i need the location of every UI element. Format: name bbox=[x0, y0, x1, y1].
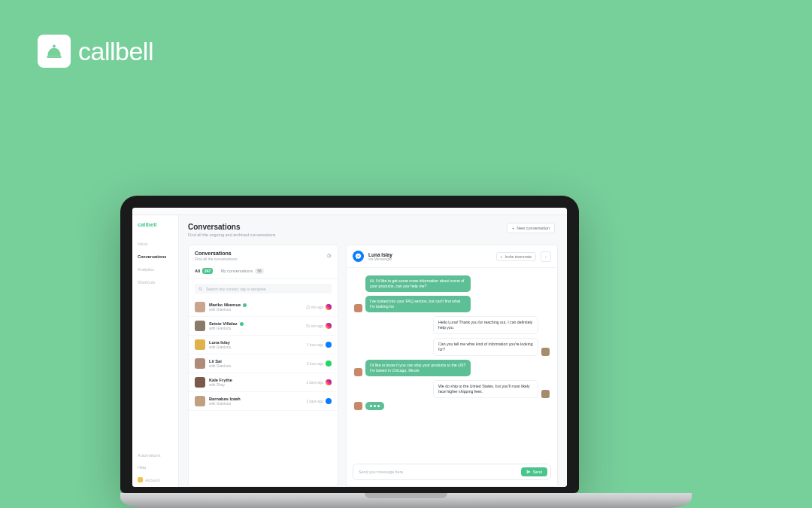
contact-name: Setsie Villalaz bbox=[209, 321, 238, 326]
conversation-row[interactable]: Kale Frythewith Shay2 days ago bbox=[189, 373, 338, 392]
chevron-right-icon[interactable]: › bbox=[541, 251, 551, 262]
tab-all-count: 247 bbox=[202, 268, 213, 274]
assigned-to: with Gianluca bbox=[209, 308, 302, 312]
avatar bbox=[541, 390, 550, 398]
new-conversation-button[interactable]: + New conversation bbox=[507, 223, 555, 233]
main-area: Conversations Find all the ongoing and a… bbox=[179, 215, 567, 487]
channel-icon bbox=[326, 342, 332, 348]
avatar bbox=[195, 358, 205, 369]
message-bubble: Hello Luna! Thank you for reaching out, … bbox=[433, 316, 538, 334]
browser-topbar bbox=[132, 208, 567, 215]
assigned-to: with Gianluca bbox=[209, 345, 303, 349]
tab-my-count: 56 bbox=[255, 268, 264, 274]
nav-item-inbox[interactable]: Inbox bbox=[138, 242, 173, 246]
svg-rect-1 bbox=[47, 56, 62, 58]
conversation-row[interactable]: Lil Saiwith Gianluca2 hour ago bbox=[189, 354, 338, 373]
invite-teammate-button[interactable]: + Invite teammate bbox=[496, 252, 537, 261]
assigned-to: with Gianluca bbox=[209, 364, 303, 368]
tab-my-conversations[interactable]: My conversations 56 bbox=[220, 268, 263, 274]
conversations-panel: Conversations Find all the conversations… bbox=[188, 245, 338, 487]
message-row: Hello Luna! Thank you for reaching out, … bbox=[354, 316, 550, 334]
assigned-to: with Gianluca bbox=[209, 327, 302, 330]
conversation-tabs: All 247 My conversations 56 bbox=[189, 264, 338, 279]
panel-subtitle: Find all the conversations bbox=[195, 257, 238, 261]
bell-icon bbox=[38, 35, 71, 68]
conversation-row[interactable]: Mariko Nkemuewith Gianluca21 min ago bbox=[189, 298, 338, 317]
avatar bbox=[354, 304, 362, 312]
nav-item-analytics[interactable]: Analytics bbox=[138, 267, 173, 272]
channel-icon bbox=[326, 379, 332, 385]
channel-icon bbox=[326, 398, 332, 404]
svg-line-3 bbox=[201, 289, 202, 290]
channel-icon bbox=[326, 304, 332, 310]
message-bubble: Hi, I'd like to get some more informatio… bbox=[365, 275, 471, 292]
avatar-icon bbox=[138, 477, 143, 482]
svg-point-0 bbox=[53, 45, 56, 48]
unread-badge bbox=[243, 303, 247, 307]
send-icon bbox=[526, 470, 531, 474]
avatar bbox=[195, 302, 205, 312]
search-icon bbox=[198, 287, 203, 291]
contact-name: Lil Sai bbox=[209, 359, 222, 364]
avatar bbox=[195, 396, 205, 406]
timestamp: 2 days ago bbox=[307, 400, 323, 403]
tab-all[interactable]: All 247 bbox=[195, 268, 213, 274]
timestamp: 2 hour ago bbox=[307, 362, 323, 366]
message-row: I'd like to know if you can ship your pr… bbox=[354, 360, 550, 376]
contact-name: Kale Frythe bbox=[209, 378, 232, 382]
message-row: We do ship to the United States, but you… bbox=[354, 380, 550, 398]
avatar bbox=[195, 339, 205, 350]
typing-indicator bbox=[354, 402, 550, 410]
plus-icon: + bbox=[501, 254, 503, 259]
page-header: Conversations Find all the ongoing and a… bbox=[188, 223, 558, 237]
contact-name: Luna Islay bbox=[209, 340, 230, 345]
timestamp: 1 hour ago bbox=[307, 343, 323, 347]
plus-icon: + bbox=[512, 226, 514, 230]
conversation-row[interactable]: Setsie Villalazwith Gianluca51 min ago bbox=[189, 317, 338, 336]
avatar bbox=[354, 368, 362, 376]
avatar bbox=[195, 321, 205, 331]
avatar bbox=[354, 402, 362, 410]
contact-name: Mariko Nkemue bbox=[209, 303, 241, 307]
chat-contact-name: Luna Islay bbox=[368, 252, 492, 257]
message-bubble: We do ship to the United States, but you… bbox=[433, 380, 538, 398]
avatar bbox=[541, 348, 550, 356]
laptop-mockup: callbell Inbox Conversations Analytics S… bbox=[120, 196, 692, 508]
message-row: Hi, I'd like to get some more informatio… bbox=[354, 275, 550, 292]
message-composer: Send your message here Send bbox=[353, 464, 551, 480]
brand-logo: callbell bbox=[38, 35, 153, 68]
gear-icon[interactable] bbox=[326, 253, 332, 259]
page-title: Conversations bbox=[188, 223, 276, 231]
assigned-to: with Gianluca bbox=[209, 402, 303, 406]
nav-item-account[interactable]: Account bbox=[138, 477, 173, 482]
avatar bbox=[195, 377, 205, 388]
message-bubble: I'd like to know if you can ship your pr… bbox=[365, 360, 471, 376]
contact-name: Barnabas Izaah bbox=[209, 397, 241, 401]
composer-input[interactable]: Send your message here bbox=[359, 470, 521, 474]
nav-item-automations[interactable]: Automations bbox=[138, 453, 173, 458]
message-bubble: Can you tell me what kind of information… bbox=[433, 338, 538, 356]
message-list: Hi, I'd like to get some more informatio… bbox=[347, 268, 557, 464]
send-button[interactable]: Send bbox=[521, 467, 547, 476]
search-input[interactable]: Search any contact, tag or assignee bbox=[195, 284, 332, 294]
chat-header: Luna Islay via Messenger + Invite teamma… bbox=[347, 245, 557, 268]
page-subtitle: Find all the ongoing and archived conver… bbox=[188, 233, 276, 237]
nav-item-help[interactable]: Help bbox=[138, 465, 173, 470]
unread-badge bbox=[240, 322, 244, 326]
nav-secondary: Automations Help Account bbox=[138, 453, 173, 482]
conversation-row[interactable]: Barnabas Izaahwith Gianluca2 days ago bbox=[189, 392, 338, 411]
nav-item-conversations[interactable]: Conversations bbox=[138, 254, 173, 259]
laptop-base bbox=[120, 493, 692, 508]
conversation-list: Mariko Nkemuewith Gianluca21 min agoSets… bbox=[189, 298, 338, 486]
conversation-row[interactable]: Luna Islaywith Gianluca1 hour ago bbox=[189, 336, 338, 354]
timestamp: 21 min ago bbox=[306, 306, 323, 309]
message-row: Can you tell me what kind of information… bbox=[354, 338, 550, 356]
message-bubble: I've looked into your FAQ section, but c… bbox=[365, 296, 471, 312]
chat-contact-source: via Messenger bbox=[368, 257, 492, 261]
timestamp: 51 min ago bbox=[306, 324, 323, 328]
sidebar: callbell Inbox Conversations Analytics S… bbox=[132, 215, 179, 487]
timestamp: 2 days ago bbox=[307, 381, 323, 385]
messenger-icon bbox=[353, 251, 364, 262]
svg-point-2 bbox=[199, 287, 201, 290]
app-screen: callbell Inbox Conversations Analytics S… bbox=[132, 208, 567, 487]
